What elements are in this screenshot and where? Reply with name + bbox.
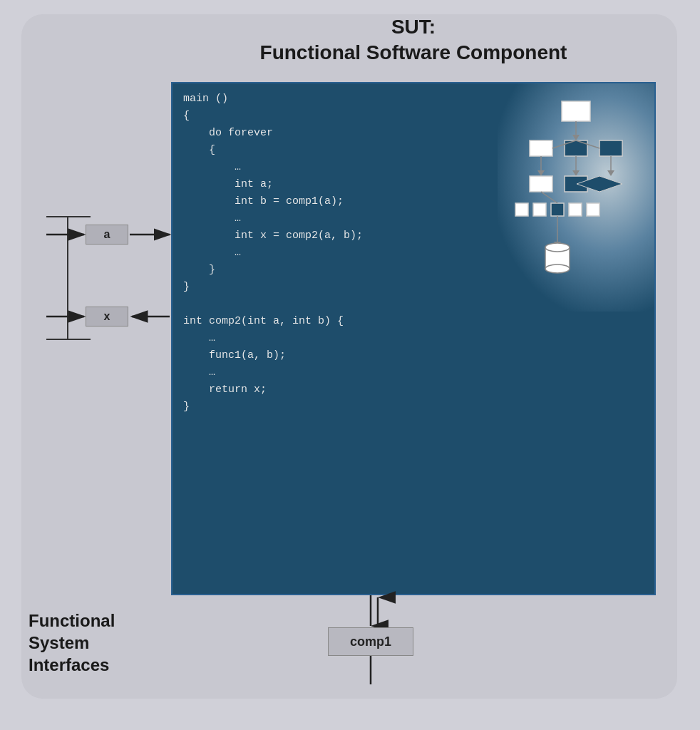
svg-marker-10 <box>537 170 545 176</box>
svg-rect-15 <box>530 176 552 192</box>
title-line1: SUT: <box>391 16 436 38</box>
svg-marker-14 <box>607 170 614 176</box>
flowchart-svg <box>508 98 644 304</box>
page-title: SUT: Functional Software Component <box>171 14 656 66</box>
svg-rect-20 <box>551 203 564 216</box>
svg-marker-12 <box>572 170 580 176</box>
bottom-label: Functional System Interfaces <box>29 610 115 677</box>
comp1-label: comp1 <box>350 634 391 649</box>
svg-rect-0 <box>562 101 590 121</box>
svg-line-23 <box>541 192 557 203</box>
svg-rect-18 <box>515 203 528 216</box>
bottom-label-line2: System <box>29 632 115 654</box>
flowchart-area <box>498 83 654 312</box>
title-line2: Functional Software Component <box>260 41 567 63</box>
bottom-label-line1: Functional <box>29 610 115 632</box>
svg-point-28 <box>545 264 570 273</box>
svg-rect-22 <box>587 203 599 216</box>
title-area: SUT: Functional Software Component <box>171 14 656 66</box>
svg-rect-3 <box>530 140 552 156</box>
svg-rect-21 <box>569 203 582 216</box>
svg-point-27 <box>545 243 570 252</box>
sut-box: main () { do forever { … int a; int b = … <box>171 82 656 595</box>
bottom-label-line3: Interfaces <box>29 654 115 676</box>
comp1-box: comp1 <box>328 627 413 656</box>
svg-rect-5 <box>599 140 622 156</box>
svg-rect-19 <box>533 203 546 216</box>
code-area: main () { do forever { … int a; int b = … <box>183 91 540 416</box>
svg-marker-2 <box>572 135 580 140</box>
bracket-svg <box>39 207 93 349</box>
var-x-label: x <box>104 310 110 323</box>
var-a-label: a <box>104 228 110 241</box>
